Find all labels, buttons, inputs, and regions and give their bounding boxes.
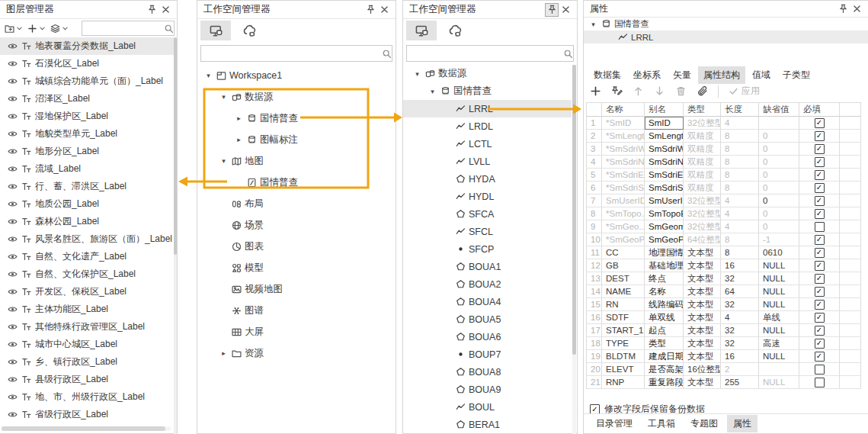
expander-icon[interactable]: ▾	[588, 21, 598, 28]
link-button[interactable]	[697, 85, 708, 97]
cell-def[interactable]: NULL	[759, 376, 799, 389]
layer-item[interactable]: 湿地保护区_Label	[0, 108, 174, 125]
dataset-item[interactable]: BOUP7	[403, 346, 572, 363]
expander-icon[interactable]: ▸	[234, 136, 244, 143]
cell-type[interactable]: 文本型	[684, 259, 721, 272]
required-checkbox[interactable]	[815, 170, 825, 180]
cell-def[interactable]	[759, 117, 799, 130]
cell-alias[interactable]: SmSdriN	[645, 156, 684, 169]
required-checkbox[interactable]	[815, 222, 825, 232]
cell-alias[interactable]: SmSdriS	[645, 182, 684, 194]
cell-def[interactable]: 0610	[759, 246, 799, 259]
tree-item[interactable]: ▾数据源	[197, 86, 396, 108]
tab-cloud-workspace[interactable]	[440, 21, 470, 40]
cell-def[interactable]: NULL	[759, 285, 799, 298]
required-checkbox[interactable]	[815, 287, 825, 297]
cell-alias[interactable]: 终点	[645, 272, 684, 285]
tree-item[interactable]: ▸UDB图幅标注	[197, 129, 396, 150]
cell-len[interactable]: 8	[721, 233, 759, 246]
tab-item[interactable]: 数据集	[588, 66, 626, 84]
expander-icon[interactable]: ▾	[203, 72, 213, 79]
cell-len[interactable]: 4	[721, 207, 759, 220]
required-checkbox[interactable]	[815, 326, 825, 336]
cell-alias[interactable]: 地理国情...	[645, 246, 684, 259]
cell-len[interactable]: 4	[721, 194, 759, 207]
cell-def[interactable]: 0	[759, 194, 799, 207]
pin-button[interactable]	[364, 3, 377, 17]
cell-name[interactable]: DEST	[602, 272, 645, 285]
dataset-item[interactable]: LRDL	[403, 117, 572, 135]
dataset-item[interactable]: ▾数据源	[403, 65, 572, 82]
cell-len[interactable]: 16	[721, 350, 759, 363]
dataset-item[interactable]: SFCP	[403, 240, 572, 258]
cell-name[interactable]: SDTF	[602, 311, 645, 324]
expander-icon[interactable]: ▸	[219, 349, 229, 357]
cell-name[interactable]: GB	[602, 259, 645, 272]
tree-item[interactable]: 场景	[197, 214, 396, 236]
cell-alias[interactable]: SmTopoE...	[645, 207, 684, 220]
layer-item[interactable]: 地貌类型单元_Label	[0, 125, 174, 143]
properties-tree-item[interactable]: ▾UDB国情普查	[584, 18, 868, 31]
required-checkbox[interactable]	[815, 313, 825, 323]
layer-item[interactable]: 其他特殊行政管理区_Label	[0, 318, 174, 336]
required-checkbox[interactable]	[815, 144, 825, 154]
expander-icon[interactable]: ▾	[428, 88, 437, 95]
cell-def[interactable]: NULL	[759, 324, 799, 337]
cell-type[interactable]: 文本型	[684, 246, 721, 259]
required-checkbox[interactable]	[815, 118, 825, 128]
cell-type[interactable]: 32位整型	[684, 117, 721, 130]
cell-def[interactable]: 单线	[759, 311, 799, 324]
cell-type[interactable]: 文本型	[684, 298, 721, 311]
cell-name[interactable]: BLDTM	[602, 350, 645, 363]
bottom-tab[interactable]: 专题图	[684, 415, 724, 432]
close-button[interactable]	[559, 3, 572, 17]
layer-item[interactable]: 省级行政区_Label	[0, 406, 174, 423]
layer-item[interactable]: 开发区、保税区_Label	[0, 283, 174, 301]
cell-def[interactable]: 0	[759, 143, 799, 156]
cell-type[interactable]: 双精度	[684, 156, 721, 169]
cell-alias[interactable]: 单双线	[645, 311, 684, 324]
cell-def[interactable]: -1	[759, 233, 799, 246]
tab-item[interactable]: 矢量	[668, 66, 697, 84]
cell-type[interactable]: 文本型	[684, 285, 721, 298]
cell-len[interactable]: 8	[721, 156, 759, 169]
cell-def[interactable]: 0	[759, 156, 799, 169]
cell-def[interactable]: NULL	[759, 298, 799, 311]
cell-name[interactable]: *SmSdriE	[602, 169, 645, 182]
properties-tree-item[interactable]: LRRL	[584, 31, 868, 43]
cell-type[interactable]: 文本型	[684, 350, 721, 363]
dataset-item[interactable]: LRRL	[403, 100, 572, 117]
required-checkbox[interactable]	[815, 274, 825, 284]
cell-alias[interactable]: SmID	[645, 117, 684, 130]
cell-len[interactable]: 64	[721, 285, 759, 298]
tab-item[interactable]: 子类型	[777, 66, 815, 84]
cell-alias[interactable]: SmGeom...	[645, 220, 684, 233]
dataset-item[interactable]: HYDL	[403, 188, 572, 205]
cell-name[interactable]: *SmID	[602, 117, 645, 130]
required-checkbox[interactable]	[815, 339, 825, 349]
required-checkbox[interactable]	[815, 378, 825, 387]
cell-alias[interactable]: 是否高架	[645, 363, 684, 376]
add-field-button[interactable]	[590, 85, 601, 97]
tree-item[interactable]: 图谱	[197, 300, 396, 321]
horizontal-scrollbar[interactable]	[2, 426, 171, 431]
cell-len[interactable]: 4	[721, 220, 759, 233]
cell-type[interactable]: 64位整型	[684, 233, 721, 246]
dataset-item[interactable]: ▾UDB国情普查	[403, 82, 572, 100]
layer-item[interactable]: 地质公园_Label	[0, 195, 174, 213]
tree-item[interactable]: 模型	[197, 257, 396, 278]
cell-len[interactable]: 32	[721, 298, 759, 311]
cell-type[interactable]: 文本型	[684, 272, 721, 285]
required-checkbox[interactable]	[815, 261, 825, 271]
bottom-tab[interactable]: 目录管理	[590, 415, 639, 432]
cell-alias[interactable]: 重复路段...	[645, 376, 684, 389]
tree-item[interactable]: 国情普查	[197, 172, 396, 193]
cell-alias[interactable]: SmGeoPo...	[645, 233, 684, 246]
tab-item[interactable]: 坐标系	[628, 66, 666, 84]
tree-item[interactable]: 图表	[197, 236, 396, 257]
layer-item[interactable]: 自然、文化遗产_Label	[0, 248, 174, 265]
move-down-button[interactable]	[654, 85, 665, 97]
pin-button[interactable]	[545, 3, 559, 17]
layer-item[interactable]: 流域_Label	[0, 160, 174, 178]
cell-len[interactable]: 8	[721, 169, 759, 182]
